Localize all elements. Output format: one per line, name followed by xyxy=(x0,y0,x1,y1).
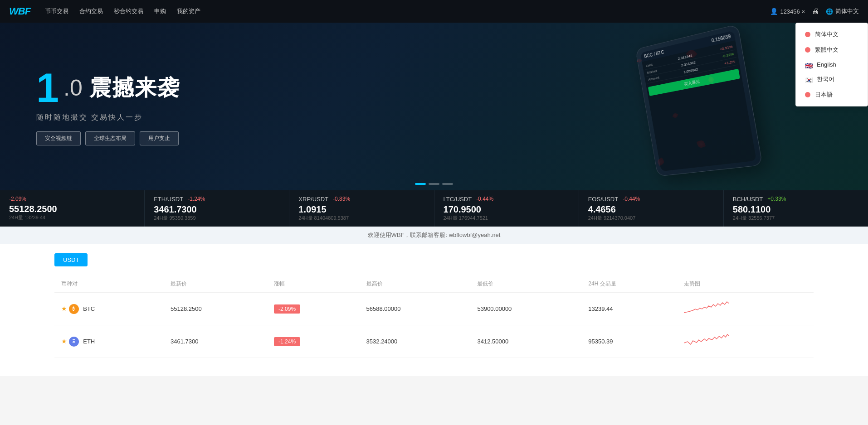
phone-row1-change: +0.51% xyxy=(719,44,732,52)
hero-btn-video[interactable]: 安全视频链 xyxy=(36,131,81,145)
ticker-btc-btcchange: -2.09% xyxy=(9,196,26,202)
lang-option-traditional-chinese[interactable]: 繁體中文 xyxy=(796,42,868,58)
ticker-ltc-change: -0.44% xyxy=(476,196,493,202)
ticker-item-ethusdt[interactable]: ETH/USDT -1.24% 3461.7300 24H量 95350.385… xyxy=(145,190,289,227)
ticker-xrp-row1: XRP/USDT -0.83% xyxy=(298,196,424,203)
col-header-change: 涨幅 xyxy=(267,275,359,293)
col-header-high: 最高价 xyxy=(360,275,471,293)
lang-dot-japanese xyxy=(805,92,810,97)
btc-star-icon[interactable]: ★ xyxy=(61,304,67,312)
ticker-item-bchusdt[interactable]: BCH/USDT +0.33% 580.1100 24H量 32556.7377 xyxy=(724,190,868,227)
hero-banner: 1 .0 震撼来袭 随时随地撮交 交易快人一步 安全视频链 全球生态布局 用户支… xyxy=(0,23,868,190)
col-header-low: 最低价 xyxy=(470,275,581,293)
welcome-text: 欢迎使用WBF，联系邮箱客服: wbflowbf@yeah.net xyxy=(368,232,501,238)
flag-icon-korea: 🇰🇷 xyxy=(805,77,812,82)
ticker-xrp-change: -0.83% xyxy=(333,196,350,202)
ticker-eos-row1: EOS/USDT -0.44% xyxy=(588,196,714,203)
ticker-eos-price: 4.4656 xyxy=(588,204,714,215)
tab-usdt[interactable]: USDT xyxy=(54,253,88,266)
hero-dot-3[interactable] xyxy=(442,183,453,185)
ticker-bch-row1: BCH/USDT +0.33% xyxy=(733,196,859,203)
eth-pair-cell: ★ Ξ ETH xyxy=(54,325,164,358)
username: 123456 × xyxy=(780,8,805,15)
col-header-vol: 24H 交易量 xyxy=(581,275,677,293)
col-header-pair: 币种对 xyxy=(54,275,164,293)
lang-dot-traditional xyxy=(805,47,810,53)
ticker-ltc-row1: LTC/USDT -0.44% xyxy=(444,196,570,203)
nav-link-subscribe[interactable]: 申购 xyxy=(153,5,167,18)
ticker-bch-change: +0.33% xyxy=(767,196,786,202)
hero-version: 1 .0 震撼来袭 xyxy=(36,68,180,108)
hero-slider-dots xyxy=(415,183,453,185)
hero-btn-ecosystem[interactable]: 全球生态布局 xyxy=(85,131,135,145)
printer-icon[interactable]: 🖨 xyxy=(812,7,819,15)
ticker-item-btcusdt[interactable]: -2.09% 55128.2500 24H量 13239.44 xyxy=(0,190,145,227)
lang-option-korean[interactable]: 🇰🇷 한국어 xyxy=(796,72,868,87)
eth-star-icon[interactable]: ★ xyxy=(61,337,67,344)
btc-change-cell: -2.09% xyxy=(267,293,359,325)
ticker-btc-price: 55128.2500 xyxy=(9,204,135,214)
col-header-latest: 最新价 xyxy=(164,275,267,293)
welcome-bar: 欢迎使用WBF，联系邮箱客服: wbflowbf@yeah.net xyxy=(0,227,868,244)
ticker-item-eosusdt[interactable]: EOS/USDT -0.44% 4.4656 24H量 9214370.0407 xyxy=(579,190,724,227)
ticker-eos-pair: EOS/USDT xyxy=(588,196,618,203)
user-icon: 👤 xyxy=(770,8,778,15)
phone-row3-name: Amount xyxy=(648,76,660,82)
table-row-eth[interactable]: ★ Ξ ETH 3461.7300 -1.24% 3532.24000 3412… xyxy=(54,325,814,358)
nav-link-coin-trade[interactable]: 币币交易 xyxy=(44,5,69,18)
ticker-btc-row1: -2.09% xyxy=(9,196,135,202)
hero-buttons: 安全视频链 全球生态布局 用户支止 xyxy=(36,131,180,145)
hero-version-number: 1 xyxy=(36,68,59,108)
phone-row2-change: -0.32% xyxy=(722,52,734,58)
lang-option-japanese[interactable]: 日本語 xyxy=(796,87,868,102)
lang-label-simplified: 简体中文 xyxy=(815,30,839,39)
hero-title: 震撼来袭 xyxy=(89,73,180,102)
phone-outer: BCC / BTC 0.156039 Limit 2.311342 +0.51%… xyxy=(635,24,763,177)
main-content: USDT 币种对 最新价 涨幅 最高价 最低价 24H 交易量 走势图 ★ ₿ … xyxy=(0,244,868,376)
hero-dot-1[interactable] xyxy=(415,183,426,185)
lang-label-japanese: 日本語 xyxy=(815,91,833,99)
eth-coin-name: ETH xyxy=(83,338,95,344)
language-selector[interactable]: 🌐 简体中文 xyxy=(826,7,859,15)
navbar: WBF 币币交易 合约交易 秒合约交易 申购 我的资产 👤 123456 × 🖨… xyxy=(0,0,868,23)
eth-coin-icon: Ξ xyxy=(69,337,79,347)
btc-vol-cell: 13239.44 xyxy=(581,293,677,325)
hero-content: 1 .0 震撼来袭 随时随地撮交 交易快人一步 安全视频链 全球生态布局 用户支… xyxy=(36,68,180,145)
lang-label-korean: 한국어 xyxy=(817,75,834,83)
ticker-item-xrpusdt[interactable]: XRP/USDT -0.83% 1.0915 24H量 81404809.538… xyxy=(289,190,434,227)
hero-btn-user[interactable]: 用户支止 xyxy=(140,131,179,145)
hero-phone-mockup: BCC / BTC 0.156039 Limit 2.311342 +0.51%… xyxy=(641,36,777,172)
ticker-eth-pair: ETH/USDT xyxy=(154,196,183,203)
ticker-bch-price: 580.1100 xyxy=(733,204,859,215)
table-header-row: 币种对 最新价 涨幅 最高价 最低价 24H 交易量 走势图 xyxy=(54,275,814,293)
ticker-item-ltcusdt[interactable]: LTC/USDT -0.44% 170.9500 24H量 176944.752… xyxy=(434,190,579,227)
hero-dot-2[interactable] xyxy=(429,183,439,185)
phone-row3-price: 1.056942 xyxy=(683,67,698,74)
logo[interactable]: WBF xyxy=(9,5,30,17)
ticker-bar: -2.09% 55128.2500 24H量 13239.44 ETH/USDT… xyxy=(0,190,868,227)
globe-icon: 🌐 xyxy=(826,8,833,15)
ticker-ltc-price: 170.9500 xyxy=(444,204,570,215)
market-table: 币种对 最新价 涨幅 最高价 最低价 24H 交易量 走势图 ★ ₿ BTC 5… xyxy=(54,275,814,358)
lang-dot-simplified xyxy=(805,32,810,37)
eth-mini-chart xyxy=(684,332,729,350)
btc-coin-name: BTC xyxy=(83,305,95,312)
nav-link-my-assets[interactable]: 我的资产 xyxy=(176,5,201,18)
btc-low-cell: 53900.00000 xyxy=(470,293,581,325)
btc-latest-cell: 55128.2500 xyxy=(164,293,267,325)
ticker-eth-vol: 24H量 95350.3859 xyxy=(154,215,280,222)
nav-link-second-contract[interactable]: 秒合约交易 xyxy=(113,5,144,18)
lang-option-simplified-chinese[interactable]: 简体中文 xyxy=(796,27,868,42)
eth-vol-cell: 95350.39 xyxy=(581,325,677,358)
nav-link-contract-trade[interactable]: 合约交易 xyxy=(78,5,104,18)
lang-option-english[interactable]: 🇬🇧 English xyxy=(796,58,868,72)
table-row-btc[interactable]: ★ ₿ BTC 55128.2500 -2.09% 56588.00000 53… xyxy=(54,293,814,325)
btc-chart-cell xyxy=(677,293,814,325)
btc-mini-chart xyxy=(684,299,729,317)
eth-high-cell: 3532.24000 xyxy=(360,325,471,358)
btc-pair-cell: ★ ₿ BTC xyxy=(54,293,164,325)
ticker-eth-row1: ETH/USDT -1.24% xyxy=(154,196,280,203)
phone-row2-name: Market xyxy=(647,69,657,75)
hero-subtitle: 随时随地撮交 交易快人一步 xyxy=(36,113,180,122)
eth-chart-cell xyxy=(677,325,814,358)
